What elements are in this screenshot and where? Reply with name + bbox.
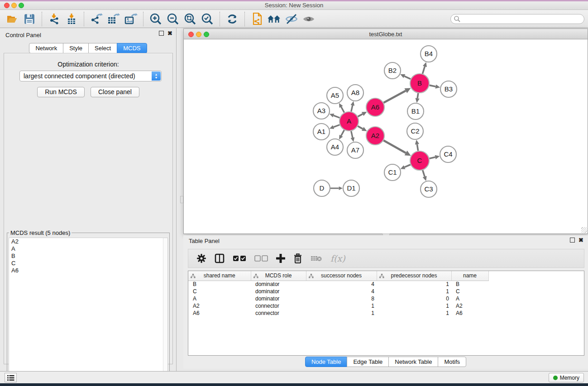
- tab-motifs[interactable]: Motifs: [438, 357, 466, 367]
- table-settings-button[interactable]: [196, 252, 206, 265]
- table-cell: 0: [377, 295, 451, 302]
- graph-edge-B-B1[interactable]: [417, 93, 418, 98]
- graph-edge-A-A2[interactable]: [358, 126, 363, 129]
- hierarchy-icon: [253, 274, 258, 278]
- table-row[interactable]: Adominator80A: [188, 295, 584, 302]
- show-panels-button[interactable]: [5, 373, 17, 382]
- new-network-from-selection-button[interactable]: [250, 12, 264, 26]
- splitter-grip[interactable]: [180, 196, 183, 203]
- table-row[interactable]: A2connector11A2: [188, 302, 584, 310]
- optimization-criterion-select[interactable]: largest connected component (directed) ▲…: [19, 71, 162, 81]
- mcds-result-list[interactable]: A2ABCA6: [9, 238, 168, 385]
- col-successor-nodes[interactable]: successor nodes: [306, 271, 377, 281]
- float-panel-icon[interactable]: [159, 31, 164, 36]
- export-image-button[interactable]: [124, 12, 138, 26]
- graph-edge-B-B4[interactable]: [422, 67, 425, 74]
- graph-node-label: C2: [411, 127, 419, 135]
- col-predecessor-nodes[interactable]: predecessor nodes: [377, 271, 451, 281]
- import-network-button[interactable]: [48, 12, 61, 26]
- graph-edge-A-A6[interactable]: [358, 114, 363, 117]
- graph-edge-A-A5[interactable]: [341, 107, 344, 113]
- function-builder-button[interactable]: f(x): [330, 252, 345, 265]
- graph-edge-C-C1[interactable]: [405, 165, 411, 167]
- apply-layout-button[interactable]: [225, 12, 239, 26]
- clear-selection-button[interactable]: [254, 252, 268, 265]
- tab-node-table[interactable]: Node Table: [305, 357, 348, 367]
- node-table[interactable]: shared name MCDS role successor nodes pr…: [188, 271, 584, 356]
- tab-style[interactable]: Style: [63, 43, 89, 53]
- graph-edge-B-B3[interactable]: [430, 85, 436, 86]
- graph-edge-A-A3[interactable]: [334, 115, 340, 118]
- search-input[interactable]: [450, 14, 584, 24]
- network-canvas[interactable]: B4B2BB3A8A5A6A3B1AC2A1A2A4A7C4CC1C3DD1: [183, 39, 588, 234]
- graph-edge-A-A1[interactable]: [334, 125, 340, 127]
- zoom-selected-button[interactable]: [201, 12, 214, 26]
- table-row[interactable]: Cdominator41C: [188, 288, 584, 295]
- mcds-result-item[interactable]: C: [9, 260, 167, 267]
- open-session-button[interactable]: [5, 12, 19, 26]
- table-row[interactable]: Bdominator41B: [188, 281, 584, 288]
- table-cell: A: [188, 295, 251, 302]
- tab-mcds[interactable]: MCDS: [117, 43, 147, 53]
- run-mcds-button[interactable]: Run MCDS: [37, 87, 85, 97]
- edge-arrowhead-icon: [415, 140, 419, 145]
- mcds-result-groupbox: MCDS result (5 nodes) A2ABCA6: [7, 233, 170, 386]
- graph-edge-A-A4[interactable]: [341, 130, 344, 136]
- memory-button[interactable]: Memory: [549, 373, 584, 382]
- mcds-result-item[interactable]: A2: [9, 238, 167, 245]
- edge-arrowhead-icon: [330, 114, 334, 117]
- houses-icon: [268, 13, 281, 25]
- export-network-button[interactable]: [90, 12, 103, 26]
- mcds-result-item[interactable]: A: [9, 245, 167, 253]
- table-cell: A6: [188, 310, 251, 317]
- graph-edge-A2-C[interactable]: [383, 140, 406, 153]
- graph-edge-C-C4[interactable]: [429, 157, 435, 158]
- tab-network[interactable]: Network: [29, 43, 63, 53]
- import-table-button[interactable]: [65, 12, 78, 26]
- zoom-fit-button[interactable]: [183, 12, 197, 26]
- zoom-out-button[interactable]: [166, 12, 180, 26]
- float-panel-icon[interactable]: [570, 238, 575, 243]
- select-all-button[interactable]: [233, 252, 246, 265]
- show-all-button[interactable]: [302, 12, 316, 26]
- add-column-button[interactable]: [276, 252, 285, 265]
- tab-select[interactable]: Select: [88, 43, 117, 53]
- graph-node-label: B3: [445, 85, 453, 93]
- graph-node-label: B: [417, 79, 422, 87]
- list-scrollbar[interactable]: [163, 238, 167, 384]
- resize-grip-icon[interactable]: [581, 227, 587, 233]
- mcds-result-item[interactable]: A6: [9, 267, 167, 274]
- graph-edge-A-A7[interactable]: [351, 131, 353, 138]
- graph-edge-C-C2[interactable]: [417, 144, 418, 151]
- delete-column-button[interactable]: [293, 252, 302, 265]
- graph-edge-A-A8[interactable]: [351, 105, 353, 112]
- save-session-button[interactable]: [23, 12, 36, 26]
- network-window-titlebar[interactable]: testGlobe.txt: [183, 29, 588, 39]
- export-table-button[interactable]: [107, 12, 120, 26]
- table-toolbar: f(x): [188, 249, 584, 268]
- close-panel-button[interactable]: Close panel: [91, 87, 139, 97]
- graph-edge-A6-B[interactable]: [383, 91, 406, 103]
- table-row[interactable]: A6connector11A6: [188, 310, 584, 317]
- hide-selection-button[interactable]: [285, 12, 298, 26]
- table-cell: connector: [251, 310, 306, 317]
- col-name[interactable]: name: [451, 271, 488, 281]
- close-panel-icon[interactable]: ✖: [167, 31, 172, 36]
- network-graph[interactable]: B4B2BB3A8A5A6A3B1AC2A1A2A4A7C4CC1C3DD1: [184, 39, 588, 233]
- close-panel-icon[interactable]: ✖: [578, 238, 583, 243]
- mcds-result-item[interactable]: B: [9, 253, 167, 260]
- col-mcds-role[interactable]: MCDS role: [251, 271, 306, 281]
- zoom-in-button[interactable]: [149, 12, 163, 26]
- tab-edge-table[interactable]: Edge Table: [347, 357, 389, 367]
- column-view-button[interactable]: [215, 252, 225, 265]
- graph-node-label: C3: [424, 185, 433, 193]
- search-icon: [454, 15, 461, 23]
- graph-edge-B-B2[interactable]: [404, 76, 411, 79]
- tab-network-table[interactable]: Network Table: [388, 357, 438, 367]
- col-shared-name[interactable]: shared name: [188, 271, 251, 281]
- delete-table-button[interactable]: [311, 252, 322, 265]
- optimization-criterion-label: Optimization criterion:: [4, 61, 172, 68]
- first-neighbors-button[interactable]: [268, 12, 281, 26]
- table-cell: C: [451, 288, 488, 295]
- graph-edge-C-C3[interactable]: [423, 170, 425, 176]
